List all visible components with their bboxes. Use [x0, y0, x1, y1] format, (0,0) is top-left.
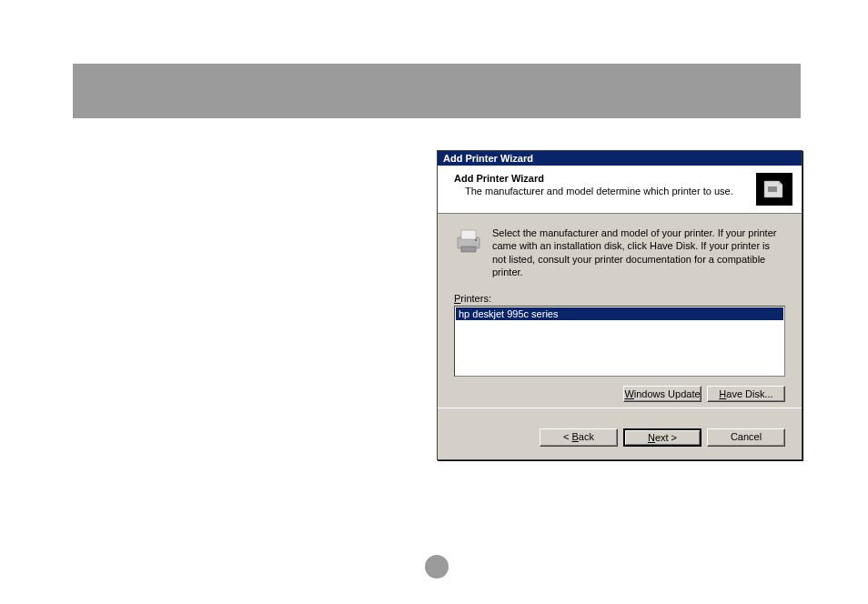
windows-update-button[interactable]: Windows Update	[623, 386, 701, 402]
instruction-row: Select the manufacturer and model of you…	[454, 226, 785, 278]
svg-point-5	[475, 239, 477, 241]
dialog-header-text: Add Printer Wizard The manufacturer and …	[447, 173, 756, 196]
have-disk-button[interactable]: Have Disk...	[707, 386, 785, 402]
svg-rect-1	[768, 186, 777, 192]
printers-listbox[interactable]: hp deskjet 995c series	[454, 306, 785, 377]
dialog-titlebar: Add Printer Wizard	[438, 151, 802, 166]
dialog-header-subtitle: The manufacturer and model determine whi…	[447, 186, 756, 196]
back-button[interactable]: < Back	[540, 428, 618, 447]
dialog-header-title: Add Printer Wizard	[447, 173, 756, 184]
printer-list-item[interactable]: hp deskjet 995c series	[456, 307, 783, 320]
dialog-header: Add Printer Wizard The manufacturer and …	[438, 166, 802, 214]
printer-instruction-icon	[454, 226, 483, 256]
add-printer-wizard-dialog: Add Printer Wizard Add Printer Wizard Th…	[437, 150, 802, 460]
instruction-text: Select the manufacturer and model of you…	[492, 226, 785, 278]
mid-buttons-row: Windows Update Have Disk...	[454, 386, 785, 402]
svg-rect-3	[461, 230, 476, 239]
dialog-body: Select the manufacturer and model of you…	[438, 214, 802, 418]
dialog-title-text: Add Printer Wizard	[443, 153, 533, 164]
printer-header-icon	[756, 173, 792, 206]
bottom-buttons-row: < Back Next > Cancel	[438, 418, 802, 459]
cancel-button[interactable]: Cancel	[707, 428, 785, 447]
page-indicator-circle	[425, 555, 449, 579]
svg-rect-4	[461, 247, 476, 252]
printers-label: Printers:	[454, 293, 785, 304]
decorative-bar	[73, 64, 801, 118]
divider	[438, 408, 802, 408]
next-button[interactable]: Next >	[623, 428, 701, 447]
